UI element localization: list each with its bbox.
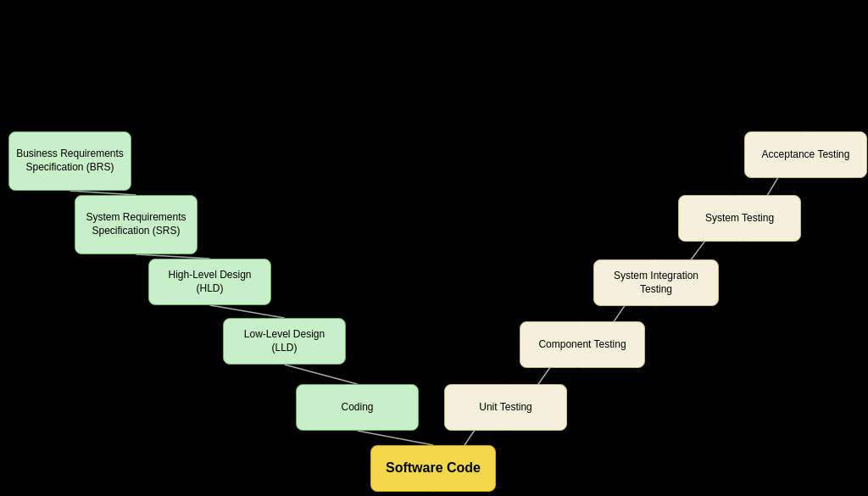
- system-testing-node: System Testing: [678, 195, 801, 242]
- acceptance-testing-node: Acceptance Testing: [744, 131, 867, 178]
- sit-node: System Integration Testing: [593, 259, 719, 306]
- component-testing-node: Component Testing: [520, 321, 645, 368]
- coding-node: Coding: [296, 384, 419, 431]
- srs-node: System Requirements Specification (SRS): [75, 195, 198, 254]
- software-code-node: Software Code: [370, 445, 496, 492]
- lld-node: Low-Level Design (LLD): [223, 318, 346, 365]
- svg-line-4: [358, 431, 434, 445]
- svg-line-3: [285, 365, 358, 384]
- brs-node: Business Requirements Specification (BRS…: [8, 131, 131, 191]
- unit-testing-node: Unit Testing: [444, 384, 567, 431]
- diagram-container: Business Requirements Specification (BRS…: [0, 0, 868, 496]
- svg-line-2: [210, 305, 285, 318]
- hld-node: High-Level Design (HLD): [148, 259, 271, 305]
